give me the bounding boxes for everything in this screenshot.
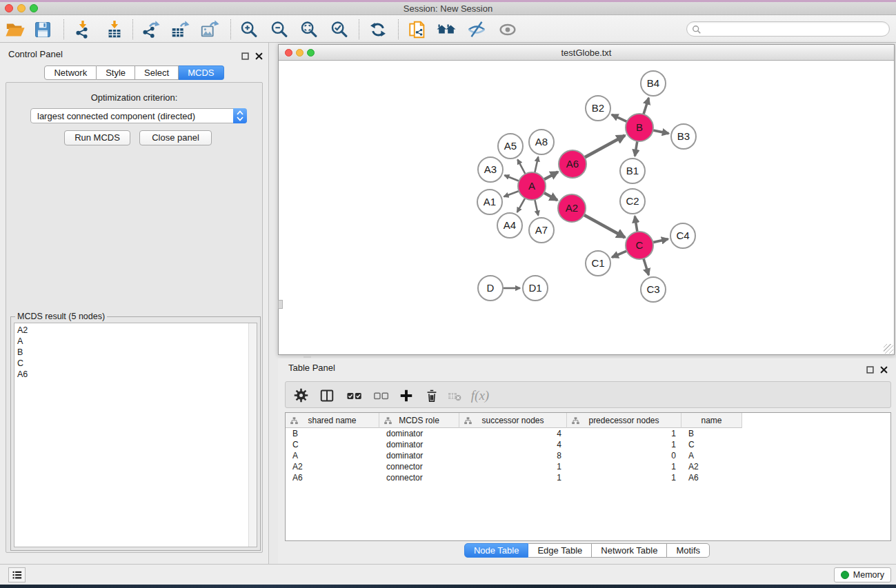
cell-shared-name[interactable]: A: [286, 450, 379, 461]
run-mcds-button[interactable]: Run MCDS: [64, 130, 130, 145]
graph-edge-A-A5[interactable]: [517, 159, 526, 174]
cell-successor-nodes[interactable]: 1: [459, 461, 567, 472]
network-from-selection-button[interactable]: [405, 19, 430, 41]
cell-name[interactable]: A2: [681, 461, 742, 472]
cell-successor-nodes[interactable]: 8: [459, 450, 567, 461]
graph-edge-A-A6[interactable]: [544, 172, 558, 179]
cell-successor-nodes[interactable]: 1: [459, 472, 567, 483]
window-titlebar[interactable]: Session: New Session: [0, 2, 896, 15]
split-handle[interactable]: [303, 355, 311, 358]
network-window-titlebar[interactable]: testGlobe.txt: [279, 45, 894, 61]
table-tab-node-table[interactable]: Node Table: [464, 543, 529, 558]
export-table-button[interactable]: [168, 19, 192, 41]
graph-edge-A-A3[interactable]: [504, 175, 519, 181]
column-header-successor-nodes[interactable]: successor nodes: [459, 413, 567, 428]
float-table-panel-button[interactable]: [866, 364, 874, 376]
table-tab-motifs[interactable]: Motifs: [667, 543, 710, 558]
mcds-result-item[interactable]: C: [17, 358, 246, 369]
result-list-scrollbar[interactable]: [248, 323, 257, 547]
save-session-button[interactable]: [30, 19, 55, 41]
delete-table-button-disabled[interactable]: [445, 386, 464, 405]
graph-edge-C-C2[interactable]: [635, 216, 637, 232]
window-resize-grip[interactable]: [884, 344, 893, 354]
float-panel-button[interactable]: [241, 50, 249, 63]
first-neighbors-button[interactable]: [434, 19, 459, 41]
mcds-result-item[interactable]: A6: [17, 369, 246, 380]
network-canvas[interactable]: B4B2BB3A8A5A6A3B1AC2A1A2A4A7C4CC1C3DD1: [279, 61, 894, 354]
task-history-button[interactable]: [8, 567, 26, 582]
zoom-in-button[interactable]: [237, 19, 261, 41]
column-header-predecessor-nodes[interactable]: predecessor nodes: [567, 413, 681, 428]
import-table-button[interactable]: [102, 19, 127, 41]
hide-selected-button[interactable]: [464, 19, 489, 41]
cell-mcds-role[interactable]: dominator: [379, 450, 459, 461]
cell-mcds-role[interactable]: dominator: [379, 428, 459, 439]
cell-shared-name[interactable]: A6: [286, 472, 379, 483]
cell-mcds-role[interactable]: connector: [379, 472, 459, 483]
create-column-button[interactable]: [397, 386, 415, 405]
zoom-out-button[interactable]: [267, 19, 292, 41]
control-tab-mcds[interactable]: MCDS: [179, 65, 223, 80]
search-input[interactable]: [704, 23, 883, 35]
cell-name[interactable]: A6: [681, 472, 742, 483]
graph-edge-B-B4[interactable]: [644, 98, 649, 115]
control-tab-style[interactable]: Style: [97, 65, 135, 80]
table-tab-edge-table[interactable]: Edge Table: [528, 543, 592, 558]
zoom-selected-button[interactable]: [327, 19, 352, 41]
graph-edge-B-B1[interactable]: [635, 141, 637, 156]
graph-edge-A-A8[interactable]: [535, 156, 538, 173]
open-file-button[interactable]: [3, 19, 28, 41]
delete-column-button[interactable]: [422, 386, 441, 405]
cell-shared-name[interactable]: B: [286, 428, 379, 439]
cell-predecessor-nodes[interactable]: 1: [567, 439, 681, 450]
function-builder-button-disabled[interactable]: f(x): [468, 386, 492, 405]
table-tab-network-table[interactable]: Network Table: [592, 543, 667, 558]
cell-successor-nodes[interactable]: 4: [459, 428, 567, 439]
column-header-shared-name[interactable]: shared name: [286, 413, 379, 428]
zoom-fit-button[interactable]: [297, 19, 321, 41]
birdseye-handle[interactable]: [278, 300, 283, 309]
graph-edge-A-A1[interactable]: [504, 191, 520, 197]
cell-predecessor-nodes[interactable]: 1: [567, 461, 681, 472]
graph-edge-A-A7[interactable]: [535, 199, 538, 216]
graph-edge-A2-C[interactable]: [584, 214, 625, 237]
cell-name[interactable]: A: [681, 450, 742, 461]
graph-edge-A-A4[interactable]: [517, 198, 526, 212]
mcds-result-item[interactable]: A: [17, 336, 246, 347]
memory-button[interactable]: Memory: [834, 567, 891, 582]
criterion-select[interactable]: largest connected component (directed): [30, 108, 247, 123]
graph-edge-C-C1[interactable]: [612, 251, 627, 258]
mcds-result-item[interactable]: B: [17, 347, 246, 358]
graph-edge-B-B2[interactable]: [612, 114, 628, 122]
close-panel-button-bottom[interactable]: Close panel: [139, 130, 212, 145]
control-tab-network[interactable]: Network: [44, 65, 97, 80]
show-all-button[interactable]: [495, 19, 520, 41]
cell-shared-name[interactable]: A2: [286, 461, 379, 472]
control-tab-select[interactable]: Select: [135, 65, 179, 80]
graph-edge-A-A2[interactable]: [544, 192, 557, 200]
show-column-panel-button[interactable]: [317, 386, 336, 405]
close-table-panel-button[interactable]: [880, 364, 888, 376]
column-header-name[interactable]: name: [681, 413, 742, 428]
graph-edge-C-C4[interactable]: [653, 239, 668, 243]
table-settings-button[interactable]: [292, 386, 310, 405]
column-header-mcds-role[interactable]: MCDS role: [379, 413, 459, 428]
cell-mcds-role[interactable]: connector: [379, 461, 459, 472]
export-network-button[interactable]: [138, 19, 163, 41]
select-all-columns-button[interactable]: [345, 386, 364, 405]
cell-predecessor-nodes[interactable]: 1: [567, 428, 681, 439]
cell-successor-nodes[interactable]: 4: [459, 439, 567, 450]
cell-name[interactable]: B: [681, 428, 742, 439]
export-image-button[interactable]: [197, 19, 222, 41]
cell-predecessor-nodes[interactable]: 0: [567, 450, 681, 461]
import-network-button[interactable]: [70, 19, 95, 41]
graph-edge-B-B3[interactable]: [653, 130, 669, 134]
graph-edge-C-C3[interactable]: [644, 258, 649, 275]
deselect-all-columns-button[interactable]: [372, 386, 390, 405]
mcds-result-item[interactable]: A2: [17, 325, 246, 336]
cell-shared-name[interactable]: C: [286, 439, 379, 450]
cell-name[interactable]: C: [681, 439, 742, 450]
cell-mcds-role[interactable]: dominator: [379, 439, 459, 450]
graph-edge-A6-B[interactable]: [584, 136, 625, 158]
refresh-layout-button[interactable]: [366, 19, 390, 41]
